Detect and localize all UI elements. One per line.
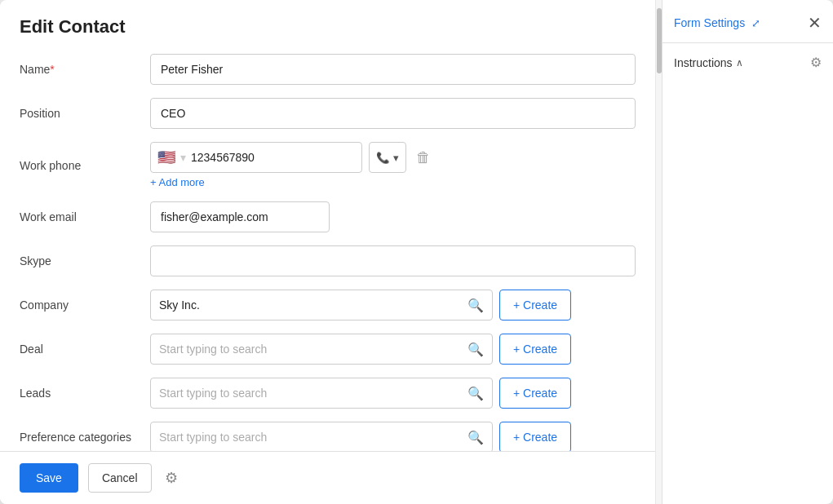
- work-email-label: Work email: [20, 210, 150, 223]
- company-search-icon[interactable]: 🔍: [467, 298, 484, 313]
- phone-type-chevron: ▾: [393, 152, 399, 164]
- deal-create-button[interactable]: + Create: [499, 334, 571, 365]
- leads-create-button[interactable]: + Create: [499, 378, 571, 409]
- deal-row: Deal 🔍 + Create: [20, 334, 636, 365]
- save-button[interactable]: Save: [20, 463, 78, 493]
- name-row: Name*: [20, 54, 636, 85]
- position-field: [150, 98, 636, 129]
- form-footer: Save Cancel ⚙: [0, 451, 655, 504]
- phone-input-wrap: 🇺🇸 ▾: [150, 142, 362, 173]
- cancel-button[interactable]: Cancel: [88, 463, 152, 493]
- work-phone-label: Work phone: [20, 159, 150, 172]
- modal-body: Edit Contact Name* Position: [0, 0, 833, 504]
- company-search-wrap: Sky Inc. 🔍: [150, 290, 493, 321]
- form-settings-title: Form Settings ⤢: [674, 16, 760, 29]
- company-value: Sky Inc.: [159, 298, 467, 312]
- form-scroll-area: Name* Position Work phone: [0, 47, 655, 451]
- phone-number-input[interactable]: [191, 151, 355, 164]
- name-label: Name*: [20, 63, 150, 76]
- instructions-label: Instructions ∧: [674, 56, 743, 69]
- skype-field: [150, 245, 636, 276]
- preference-search-group: 🔍 + Create: [150, 422, 636, 451]
- preference-label: Preference categories: [20, 431, 150, 444]
- chevron-up-icon: ∧: [736, 57, 743, 69]
- position-input[interactable]: [150, 98, 636, 129]
- form-header: Edit Contact: [0, 0, 655, 47]
- company-label: Company: [20, 298, 150, 312]
- footer-settings-icon[interactable]: ⚙: [165, 469, 178, 487]
- phone-row: 🇺🇸 ▾ 📞 ▾ 🗑: [150, 142, 636, 173]
- right-panel-content: Instructions ∧ ⚙: [662, 43, 833, 504]
- page-title: Edit Contact: [20, 16, 636, 38]
- phone-icon: 📞: [376, 152, 390, 164]
- deal-label: Deal: [20, 343, 150, 356]
- flag-icon: 🇺🇸: [157, 148, 175, 166]
- deal-search-icon[interactable]: 🔍: [467, 342, 484, 357]
- name-field: [150, 54, 636, 85]
- leads-search-group: 🔍 + Create: [150, 378, 636, 409]
- add-more-link[interactable]: + Add more: [150, 176, 205, 188]
- preference-search-wrap: 🔍: [150, 422, 493, 451]
- preference-row: Preference categories 🔍 + Create: [20, 422, 636, 451]
- work-email-field: [150, 201, 636, 232]
- instructions-gear-icon[interactable]: ⚙: [810, 55, 822, 70]
- preference-search-input[interactable]: [159, 431, 467, 444]
- leads-search-wrap: 🔍: [150, 378, 493, 409]
- skype-label: Skype: [20, 254, 150, 267]
- edit-contact-modal: Edit Contact Name* Position: [0, 0, 833, 504]
- right-panel-header: Form Settings ⤢ ✕: [662, 0, 833, 43]
- deal-search-input[interactable]: [159, 343, 467, 356]
- leads-row: Leads 🔍 + Create: [20, 378, 636, 409]
- position-label: Position: [20, 107, 150, 120]
- company-search-group: Sky Inc. 🔍 + Create: [150, 290, 636, 321]
- instructions-row: Instructions ∧ ⚙: [674, 55, 822, 70]
- preference-search-icon[interactable]: 🔍: [467, 430, 484, 445]
- deal-search-wrap: 🔍: [150, 334, 493, 365]
- scrollbar-thumb[interactable]: [657, 8, 662, 73]
- close-button[interactable]: ✕: [808, 15, 822, 31]
- position-row: Position: [20, 98, 636, 129]
- deal-search-group: 🔍 + Create: [150, 334, 636, 365]
- phone-type-button[interactable]: 📞 ▾: [369, 142, 406, 173]
- company-create-button[interactable]: + Create: [499, 290, 571, 321]
- delete-phone-button[interactable]: 🗑: [413, 149, 434, 166]
- leads-search-input[interactable]: [159, 387, 467, 400]
- work-phone-field: 🇺🇸 ▾ 📞 ▾ 🗑 + Add more: [150, 142, 636, 188]
- right-panel: Form Settings ⤢ ✕ Instructions ∧ ⚙: [662, 0, 833, 504]
- skype-input[interactable]: [150, 245, 636, 276]
- expand-icon[interactable]: ⤢: [751, 17, 760, 29]
- work-email-input[interactable]: [150, 201, 330, 232]
- scrollbar-track: [655, 0, 662, 504]
- work-email-row: Work email: [20, 201, 636, 232]
- leads-search-icon[interactable]: 🔍: [467, 386, 484, 401]
- leads-label: Leads: [20, 387, 150, 400]
- skype-row: Skype: [20, 245, 636, 276]
- form-panel: Edit Contact Name* Position: [0, 0, 655, 504]
- work-phone-row: Work phone 🇺🇸 ▾ 📞 ▾: [20, 142, 636, 188]
- company-row: Company Sky Inc. 🔍 + Create: [20, 290, 636, 321]
- name-input[interactable]: [150, 54, 636, 85]
- preference-create-button[interactable]: + Create: [499, 422, 571, 451]
